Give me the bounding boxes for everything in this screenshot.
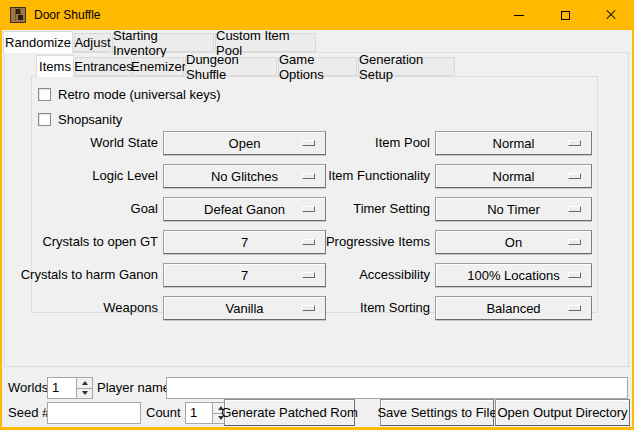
subtab-items-label: Items — [39, 59, 71, 74]
subtab-items[interactable]: Items — [36, 55, 74, 77]
worlds-spin-down-button[interactable] — [77, 388, 92, 399]
weapons-label: Weapons — [20, 296, 158, 320]
dropdown-indicator-icon — [302, 206, 315, 212]
open-output-directory-button[interactable]: Open Output Directory — [495, 399, 630, 426]
item-functionality-value: Normal — [493, 169, 535, 184]
accessibility-dropdown[interactable]: 100% Locations — [435, 263, 592, 287]
item-pool-dropdown[interactable]: Normal — [435, 131, 592, 155]
count-value[interactable]: 1 — [186, 403, 212, 423]
seed-input[interactable] — [47, 402, 141, 424]
save-settings-label: Save Settings to File — [377, 405, 496, 420]
subtab-entrances[interactable]: Entrances — [75, 57, 132, 76]
goal-dropdown[interactable]: Defeat Ganon — [163, 197, 326, 221]
checkbox-shopsanity[interactable]: Shopsanity — [38, 112, 122, 126]
timer-setting-value: No Timer — [487, 202, 540, 217]
timer-setting-label: Timer Setting — [320, 197, 430, 221]
chevron-up-icon — [82, 381, 88, 385]
count-label: Count — [146, 402, 181, 424]
subtab-dungeon-shuffle[interactable]: Dungeon Shuffle — [185, 57, 277, 76]
crystals-ganon-dropdown[interactable]: 7 — [163, 263, 326, 287]
player-names-input[interactable] — [166, 377, 628, 399]
worlds-spinbox[interactable]: 1 — [47, 377, 93, 399]
crystals-ganon-label: Crystals to harm Ganon — [20, 263, 158, 287]
weapons-value: Vanilla — [225, 301, 263, 316]
timer-setting-dropdown[interactable]: No Timer — [435, 197, 592, 221]
chevron-down-icon — [82, 391, 88, 395]
world-state-dropdown[interactable]: Open — [163, 131, 326, 155]
tab-custom-item-pool[interactable]: Custom Item Pool — [215, 33, 316, 52]
subtab-dungeon-shuffle-label: Dungeon Shuffle — [186, 52, 276, 82]
world-state-label: World State — [20, 131, 158, 155]
dropdown-indicator-icon — [302, 140, 315, 146]
retro-mode-checkbox-box[interactable] — [38, 88, 51, 101]
save-settings-button[interactable]: Save Settings to File — [380, 399, 494, 426]
goal-value: Defeat Ganon — [204, 202, 285, 217]
logic-level-dropdown[interactable]: No Glitches — [163, 164, 326, 188]
worlds-value[interactable]: 1 — [48, 378, 76, 398]
crystals-gt-value: 7 — [241, 235, 248, 250]
titlebar[interactable]: Door Shuffle — [0, 0, 634, 30]
close-icon — [605, 9, 617, 21]
item-pool-value: Normal — [493, 136, 535, 151]
worlds-label: Worlds — [8, 377, 48, 399]
dropdown-indicator-icon — [302, 272, 315, 278]
progressive-items-value: On — [505, 235, 522, 250]
generate-patched-rom-label: Generate Patched Rom — [221, 405, 358, 420]
shopsanity-checkbox-box[interactable] — [38, 113, 51, 126]
logic-level-label: Logic Level — [20, 164, 158, 188]
progressive-items-label: Progressive Items — [320, 230, 430, 254]
window-title: Door Shuffle — [34, 0, 101, 30]
crystals-gt-label: Crystals to open GT — [20, 230, 158, 254]
open-output-directory-label: Open Output Directory — [497, 405, 627, 420]
subtab-generation-setup-label: Generation Setup — [359, 52, 454, 82]
dropdown-indicator-icon — [568, 305, 581, 311]
dropdown-indicator-icon — [568, 140, 581, 146]
goal-label: Goal — [20, 197, 158, 221]
maximize-icon — [561, 11, 570, 20]
tab-randomize-label: Randomize — [5, 35, 71, 50]
weapons-dropdown[interactable]: Vanilla — [163, 296, 326, 320]
checkbox-retro-mode[interactable]: Retro mode (universal keys) — [38, 87, 221, 101]
dropdown-indicator-icon — [302, 239, 315, 245]
accessibility-label: Accessibility — [320, 263, 430, 287]
dropdown-indicator-icon — [568, 173, 581, 179]
subtab-enemizer-label: Enemizer — [131, 59, 186, 74]
tab-adjust-label: Adjust — [74, 35, 110, 50]
tab-adjust[interactable]: Adjust — [74, 33, 111, 52]
retro-mode-label: Retro mode (universal keys) — [58, 87, 221, 102]
logic-level-value: No Glitches — [211, 169, 278, 184]
item-functionality-label: Item Functionality — [320, 164, 430, 188]
player-names-label: Player names — [97, 377, 176, 399]
door-icon — [10, 7, 26, 23]
tab-randomize[interactable]: Randomize — [3, 31, 73, 53]
dropdown-indicator-icon — [568, 239, 581, 245]
seed-label: Seed # — [8, 402, 49, 424]
crystals-ganon-value: 7 — [241, 268, 248, 283]
accessibility-value: 100% Locations — [467, 268, 560, 283]
dropdown-indicator-icon — [302, 173, 315, 179]
dropdown-indicator-icon — [568, 206, 581, 212]
item-sorting-dropdown[interactable]: Balanced — [435, 296, 592, 320]
crystals-gt-dropdown[interactable]: 7 — [163, 230, 326, 254]
door-shuffle-window: Door Shuffle Randomize Adjust Starting I… — [0, 0, 634, 430]
subtab-game-options-label: Game Options — [279, 52, 356, 82]
dropdown-indicator-icon — [302, 305, 315, 311]
generate-patched-rom-button[interactable]: Generate Patched Rom — [224, 399, 355, 426]
world-state-value: Open — [229, 136, 261, 151]
progressive-items-dropdown[interactable]: On — [435, 230, 592, 254]
tab-starting-inventory[interactable]: Starting Inventory — [112, 33, 214, 52]
worlds-spin-up-button[interactable] — [77, 378, 92, 388]
subtab-entrances-label: Entrances — [74, 59, 133, 74]
dropdown-indicator-icon — [568, 272, 581, 278]
close-button[interactable] — [588, 0, 634, 30]
subtab-generation-setup[interactable]: Generation Setup — [358, 57, 455, 76]
maximize-button[interactable] — [542, 0, 588, 30]
item-sorting-label: Item Sorting — [320, 296, 430, 320]
minimize-icon — [514, 15, 524, 16]
subtab-enemizer[interactable]: Enemizer — [133, 57, 184, 76]
shopsanity-label: Shopsanity — [58, 112, 122, 127]
minimize-button[interactable] — [496, 0, 542, 30]
item-pool-label: Item Pool — [320, 131, 430, 155]
subtab-game-options[interactable]: Game Options — [278, 57, 357, 76]
item-functionality-dropdown[interactable]: Normal — [435, 164, 592, 188]
